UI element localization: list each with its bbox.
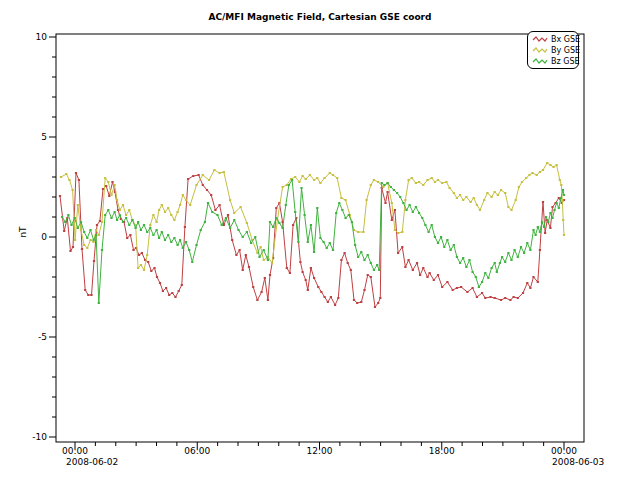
y-tick-label: 0 [18, 232, 47, 242]
legend-item-by: By GSE [532, 45, 578, 55]
plot-window: AC/MFI Magnetic Field, Cartesian GSE coo… [0, 0, 640, 480]
x-tick-label: 12:00 [295, 446, 345, 456]
series-line-by-gse [61, 163, 564, 270]
y-tick-label: -5 [18, 332, 47, 342]
x-tick-label: 18:00 [417, 446, 467, 456]
legend-label-bz: Bz GSE [551, 57, 580, 66]
series-line-bz-gse [62, 180, 564, 303]
y-tick-label: -10 [18, 432, 47, 442]
legend-box: Bx GSE By GSE Bz GSE [527, 31, 579, 69]
x-tick-label: 00:00 [539, 446, 589, 456]
legend-label-by: By GSE [551, 46, 580, 55]
x-date-label: 2008-06-03 [552, 457, 604, 467]
legend-label-bx: Bx GSE [551, 35, 580, 44]
legend-line-sample-bx-icon [532, 35, 548, 43]
legend-line-sample-by-icon [532, 46, 548, 54]
legend-item-bz: Bz GSE [532, 56, 578, 66]
legend-item-bx: Bx GSE [532, 34, 578, 44]
x-tick-label: 06:00 [172, 446, 222, 456]
y-tick-label: 5 [18, 132, 47, 142]
series-markers-bx-gse [59, 172, 565, 308]
plot-area [0, 0, 640, 480]
legend-line-sample-bz-icon [532, 57, 548, 65]
x-tick-label: 00:00 [50, 446, 100, 456]
y-tick-label: 10 [18, 32, 47, 42]
x-date-label: 2008-06-02 [66, 457, 118, 467]
